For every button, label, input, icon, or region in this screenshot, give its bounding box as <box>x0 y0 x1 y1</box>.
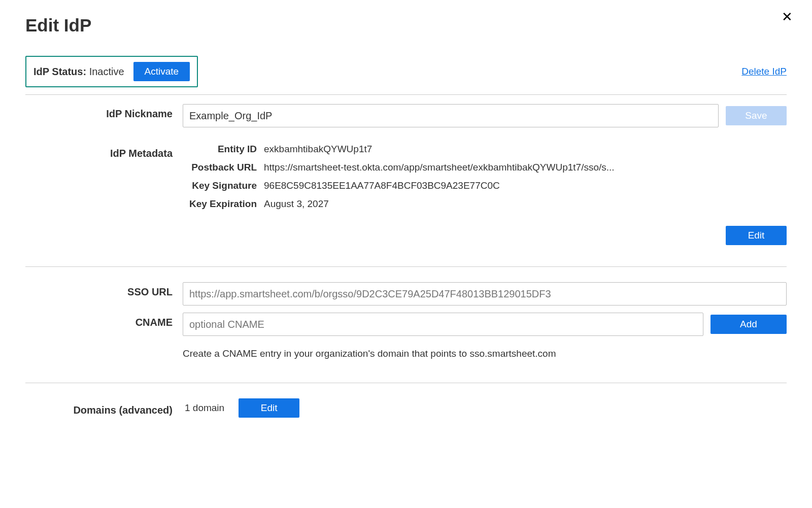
sso-section: SSO URL CNAME Add Create a CNAME entry i… <box>25 282 787 376</box>
add-cname-button[interactable]: Add <box>710 315 787 334</box>
cname-label: CNAME <box>25 313 183 328</box>
entity-id-label: Entity ID <box>183 144 264 155</box>
sso-url-label: SSO URL <box>25 282 183 298</box>
section-divider-2 <box>25 383 787 383</box>
status-highlight-box: IdP Status: Inactive Activate <box>25 56 198 87</box>
section-divider <box>25 266 787 267</box>
save-nickname-button: Save <box>726 106 787 125</box>
cname-input[interactable] <box>183 313 703 336</box>
key-signature-value: 96E8C59C8135EE1AA77A8F4BCF03BC9A23E77C0C <box>264 180 787 191</box>
nickname-section: IdP Nickname Save <box>25 95 787 141</box>
nickname-label: IdP Nickname <box>25 104 183 120</box>
metadata-label: IdP Metadata <box>25 144 183 159</box>
entity-id-value: exkbamhtibakQYWUp1t7 <box>264 144 787 155</box>
postback-url-value: https://smartsheet-test.okta.com/app/sma… <box>264 162 787 173</box>
sso-url-input[interactable] <box>183 282 787 306</box>
cname-help-text: Create a CNAME entry in your organizatio… <box>183 348 787 359</box>
nickname-input[interactable] <box>183 104 719 127</box>
domains-section: Domains (advanced) 1 domain Edit <box>25 388 787 418</box>
activate-button[interactable]: Activate <box>133 62 190 81</box>
metadata-section: IdP Metadata Entity ID exkbamhtibakQYWUp… <box>25 141 787 259</box>
idp-status-text: IdP Status: Inactive <box>33 66 124 78</box>
key-expiration-label: Key Expiration <box>183 198 264 210</box>
postback-url-label: Postback URL <box>183 162 264 173</box>
key-expiration-value: August 3, 2027 <box>264 198 787 210</box>
domains-label: Domains (advanced) <box>25 400 183 416</box>
idp-status-label: IdP Status: <box>33 66 86 77</box>
close-button[interactable]: ✕ <box>777 8 797 25</box>
edit-metadata-button[interactable]: Edit <box>726 226 787 245</box>
edit-domains-button[interactable]: Edit <box>239 398 299 418</box>
page-title: Edit IdP <box>25 15 787 36</box>
idp-status-value: Inactive <box>89 66 124 77</box>
domains-count: 1 domain <box>185 402 224 414</box>
status-row: IdP Status: Inactive Activate Delete IdP <box>25 56 787 95</box>
delete-idp-link[interactable]: Delete IdP <box>741 66 787 77</box>
key-signature-label: Key Signature <box>183 180 264 191</box>
